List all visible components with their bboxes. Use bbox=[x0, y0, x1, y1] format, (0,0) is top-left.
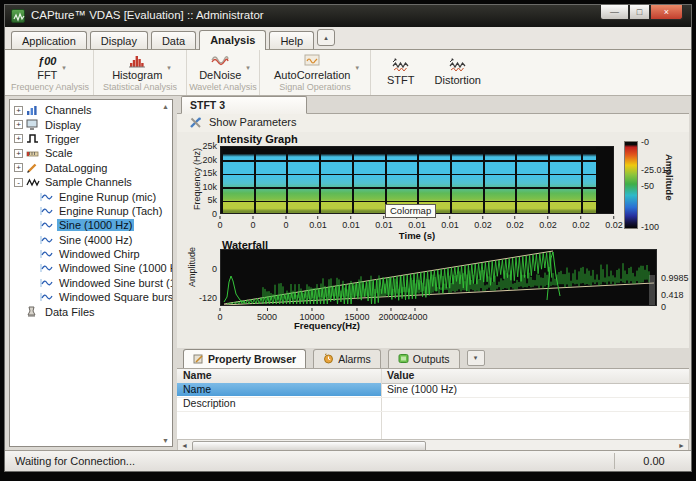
show-parameters-button[interactable]: Show Parameters bbox=[209, 116, 296, 128]
collapse-toggle[interactable]: - bbox=[14, 178, 23, 187]
fft-dropdown-icon[interactable]: ▾ bbox=[62, 64, 66, 72]
tree-item-trigger[interactable]: +Trigger bbox=[13, 132, 172, 146]
intensity-x-tick: 0 bbox=[217, 216, 222, 230]
fft-button[interactable]: ƒ00 FFT ▾ bbox=[34, 53, 66, 81]
tree-item-windowed-sine-burst[interactable]: Windowed Sine burst (1000 H bbox=[13, 276, 172, 290]
wave-icon bbox=[40, 277, 54, 289]
property-table-header[interactable]: Name Value bbox=[177, 369, 689, 384]
tree-item-label[interactable]: Data Files bbox=[43, 306, 97, 318]
intensity-x-tick: 0.01 bbox=[441, 216, 459, 230]
minimize-icon: — bbox=[610, 7, 619, 17]
tree-item-label[interactable]: Channels bbox=[43, 104, 93, 116]
tree-item-windowed-square-burst[interactable]: Windowed Square burst (100 bbox=[13, 290, 172, 304]
panel-toolbar: Show Parameters bbox=[177, 114, 689, 132]
column-header-value[interactable]: Value bbox=[387, 369, 414, 382]
sample-channels-icon bbox=[26, 176, 40, 188]
close-button[interactable]: × bbox=[650, 5, 683, 20]
tree-item-scale[interactable]: +Scale bbox=[13, 146, 172, 160]
bottom-tab-bar: Property Browser Alarms Outputs ▾ bbox=[177, 348, 689, 368]
stft-button[interactable]: STFT bbox=[384, 58, 418, 86]
tree-item-sine-4000hz[interactable]: Sine (4000 Hz) bbox=[13, 233, 172, 247]
tree-item-label[interactable]: Windowed Square burst (100 bbox=[57, 291, 173, 303]
expand-toggle[interactable]: + bbox=[14, 106, 23, 115]
close-icon: × bbox=[664, 7, 669, 17]
denoise-dropdown-icon[interactable]: ▾ bbox=[246, 64, 250, 72]
distortion-button[interactable]: Distortion bbox=[432, 58, 484, 86]
tree-item-sine-1000hz[interactable]: Sine (1000 Hz) bbox=[13, 218, 172, 232]
tree-item-label[interactable]: Display bbox=[43, 119, 83, 131]
maximize-button[interactable]: □ bbox=[629, 5, 650, 20]
tree-item-engine-runup-mic[interactable]: Engine Runup (mic) bbox=[13, 189, 172, 203]
tab-property-browser[interactable]: Property Browser bbox=[183, 349, 306, 369]
maximize-icon: □ bbox=[637, 7, 642, 17]
stft-label: STFT bbox=[387, 74, 415, 86]
autocorrelation-dropdown-icon[interactable]: ▾ bbox=[355, 64, 359, 72]
waterfall-plot[interactable] bbox=[220, 249, 657, 306]
tree-item-label[interactable]: Sample Channels bbox=[43, 176, 134, 188]
tree-item-channels[interactable]: +Channels bbox=[13, 103, 172, 117]
tree-item-label[interactable]: Windowed Chirp bbox=[57, 248, 142, 260]
tree-item-windowed-sine[interactable]: Windowed Sine (1000 Hz) bbox=[13, 261, 172, 275]
property-row-name[interactable]: Name Sine (1000 Hz) bbox=[177, 383, 689, 398]
tree-item-label[interactable]: Trigger bbox=[43, 133, 81, 145]
autocorrelation-label: AutoCorrelation bbox=[274, 69, 350, 81]
tree-item-label[interactable]: DataLogging bbox=[43, 162, 109, 174]
group-label-statistical-analysis: Statistical Analysis bbox=[103, 82, 177, 95]
column-header-name[interactable]: Name bbox=[183, 369, 212, 382]
tab-outputs[interactable]: Outputs bbox=[388, 349, 460, 368]
tree-scroll-down-icon[interactable]: ▼ bbox=[162, 437, 169, 444]
tree-item-label-selected[interactable]: Sine (1000 Hz) bbox=[57, 219, 134, 231]
tab-stft3[interactable]: STFT 3 bbox=[181, 96, 307, 114]
tab-analysis[interactable]: Analysis bbox=[199, 30, 266, 50]
tree-item-label[interactable]: Engine Runup (mic) bbox=[57, 191, 158, 203]
tree-item-engine-runup-tach[interactable]: Engine Runup (Tach) bbox=[13, 204, 172, 218]
histogram-button[interactable]: Histogram ▾ bbox=[109, 53, 171, 81]
scale-icon bbox=[26, 147, 40, 159]
stft-wave-icon bbox=[391, 58, 411, 74]
group-label-signal-operations: Signal Operations bbox=[279, 82, 351, 95]
property-row-description[interactable]: Description bbox=[177, 397, 689, 412]
tree-item-label[interactable]: Engine Runup (Tach) bbox=[57, 205, 164, 217]
tree-item-windowed-chirp[interactable]: Windowed Chirp bbox=[13, 247, 172, 261]
intensity-x-tick: 0.02 bbox=[506, 216, 524, 230]
tab-help[interactable]: Help bbox=[269, 31, 314, 49]
tree-item-label[interactable]: Windowed Sine burst (1000 H bbox=[57, 277, 173, 289]
document-tab-strip: STFT 3 bbox=[177, 96, 689, 114]
colorbar-tick: -0 bbox=[641, 137, 649, 147]
tree-item-datalogging[interactable]: +DataLogging bbox=[13, 161, 172, 175]
intensity-colorbar[interactable] bbox=[624, 141, 638, 229]
tree-item-data-files[interactable]: Data Files bbox=[13, 304, 172, 318]
autocorrelation-button[interactable]: AutoCorrelation ▾ bbox=[271, 53, 359, 81]
ribbon-collapse-button[interactable]: ▴ bbox=[317, 29, 335, 46]
tree-item-label[interactable]: Windowed Sine (1000 Hz) bbox=[57, 262, 173, 274]
denoise-button[interactable]: DeNoise ▾ bbox=[196, 53, 250, 81]
tree-scroll-up-icon[interactable]: ▲ bbox=[162, 103, 169, 110]
fft-formula-icon: ƒ00 bbox=[38, 53, 56, 69]
tree-item-label[interactable]: Sine (4000 Hz) bbox=[57, 234, 134, 246]
ribbon-group-wavelet-analysis: DeNoise ▾ Wavelet Analysis bbox=[187, 50, 260, 95]
intensity-x-tick: 0 bbox=[283, 216, 288, 230]
tree-item-sample-channels[interactable]: -Sample Channels bbox=[13, 175, 172, 189]
property-name-cell-selected[interactable]: Name bbox=[177, 383, 381, 396]
wave-icon bbox=[40, 291, 54, 303]
title-bar[interactable]: CAPture™ VDAS [Evaluation] :: Administra… bbox=[5, 5, 691, 27]
histogram-dropdown-icon[interactable]: ▾ bbox=[167, 64, 171, 72]
property-value-cell[interactable]: Sine (1000 Hz) bbox=[387, 383, 457, 396]
expand-toggle[interactable]: + bbox=[14, 149, 23, 158]
ribbon: ƒ00 FFT ▾ Frequency Analysis Histogram bbox=[5, 50, 691, 96]
tab-application[interactable]: Application bbox=[11, 31, 87, 49]
tab-alarms[interactable]: Alarms bbox=[313, 349, 381, 368]
minimize-button[interactable]: — bbox=[600, 5, 629, 20]
tab-data[interactable]: Data bbox=[151, 31, 196, 49]
data-files-icon bbox=[26, 306, 40, 318]
tree-item-label[interactable]: Scale bbox=[43, 147, 75, 159]
tree-item-display[interactable]: +Display bbox=[13, 117, 172, 131]
bottom-tabs-overflow-button[interactable]: ▾ bbox=[467, 350, 485, 366]
expand-toggle[interactable]: + bbox=[14, 134, 23, 143]
expand-toggle[interactable]: + bbox=[14, 163, 23, 172]
intensity-y-tick: 10k bbox=[191, 182, 217, 192]
colorbar-tick: -50 bbox=[641, 181, 654, 191]
expand-toggle[interactable]: + bbox=[14, 120, 23, 129]
property-name-cell[interactable]: Description bbox=[183, 397, 236, 410]
tab-display[interactable]: Display bbox=[90, 31, 148, 49]
